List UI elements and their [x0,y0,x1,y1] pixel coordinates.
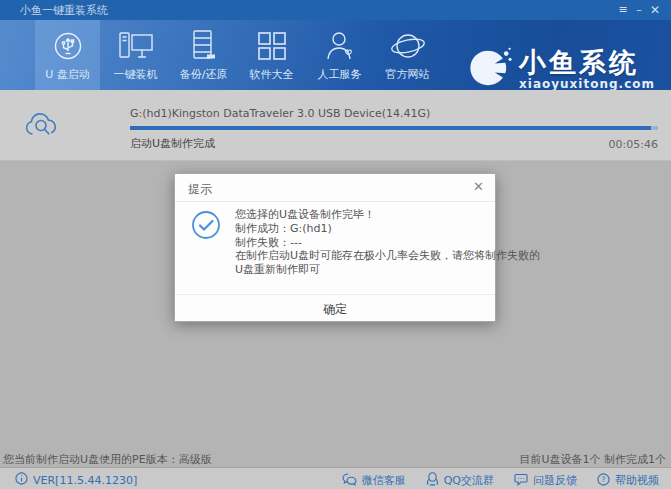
elapsed-time: 00:05:46 [609,138,658,151]
tab-one-click-install[interactable]: 一键装机 [103,20,168,90]
progress-status: 启动U盘制作完成 [130,136,215,151]
window-title: 小鱼一键重装系统 [20,3,108,18]
toolbar-items: U 盘启动 一键装机 [35,20,443,90]
tab-customer-service[interactable]: 人工服务 [307,20,372,90]
link-qq-group[interactable]: QQ交流群 [426,472,494,489]
main-toolbar: U 盘启动 一键装机 [0,20,671,90]
link-wechat-support[interactable]: 微信客服 [342,472,406,489]
software-grid-icon [255,29,289,63]
close-icon[interactable]: ✕ [647,0,663,20]
dialog-line: 制作成功：G:(hd1) [235,222,540,236]
dialog-header: 提示 ✕ [175,174,495,202]
result-dialog: 提示 ✕ 您选择的U盘设备制作完毕！ 制作成功：G:(hd1) 制作失败：---… [174,173,496,322]
dialog-line: 制作失败：--- [235,236,540,250]
progress-bar-fill [130,126,658,130]
link-label: QQ交流群 [444,473,494,488]
dialog-footer: 确定 [175,294,495,323]
dialog-close-icon[interactable]: ✕ [473,179,484,194]
status-bar: VER[11.5.44.1230] 微信客服 [0,467,671,489]
tab-software-collection[interactable]: 软件大全 [239,20,304,90]
status-bar-links: 微信客服 QQ交流群 [342,472,659,489]
link-label: 问题反馈 [533,473,577,488]
tab-label: 官方网站 [386,67,430,82]
svg-text:?: ? [602,475,606,484]
brand-name: 小鱼系统 [519,48,639,77]
tab-label: 一键装机 [114,67,158,82]
tab-usb-boot[interactable]: U 盘启动 [35,20,100,90]
cloud-search-icon [23,109,61,145]
dialog-line: 在制作启动U盘时可能存在极小几率会失败，请您将制作失败的 [235,249,540,263]
link-help-videos[interactable]: ? 帮助视频 [597,472,659,489]
tab-backup-restore[interactable]: 备份/还原 [171,20,236,90]
tab-label: 人工服务 [318,67,362,82]
ok-button[interactable]: 确定 [303,299,367,320]
fish-logo-icon [466,45,512,93]
dialog-title: 提示 [188,181,212,198]
customer-service-icon [322,29,358,63]
help-video-icon: ? [597,473,610,489]
version-label: VER[11.5.44.1230] [33,474,137,487]
dialog-line: 您选择的U盘设备制作完毕！ [235,208,540,222]
success-check-icon [191,210,221,244]
usb-progress-section: G:(hd1)Kingston DataTraveler 3.0 USB Dev… [0,90,671,161]
link-label: 帮助视频 [615,473,659,488]
tab-official-website[interactable]: 官方网站 [375,20,440,90]
tab-label: U 盘启动 [45,67,90,82]
dialog-message: 您选择的U盘设备制作完毕！ 制作成功：G:(hd1) 制作失败：--- 在制作启… [235,208,540,277]
dialog-body: 您选择的U盘设备制作完毕！ 制作成功：G:(hd1) 制作失败：--- 在制作启… [175,202,495,294]
app-window: 小鱼一键重装系统 ≡ – ✕ U 盘启动 [0,0,671,489]
qq-icon [426,472,439,489]
titlebar: 小鱼一键重装系统 ≡ – ✕ [0,0,671,20]
link-label: 微信客服 [362,473,406,488]
device-summary: 目前U盘设备1个 制作完成1个 [519,452,666,467]
backup-restore-icon [188,29,220,63]
progress-bar [130,126,658,130]
wechat-icon [342,473,357,489]
usb-device-label: G:(hd1)Kingston DataTraveler 3.0 USB Dev… [130,107,430,120]
link-feedback[interactable]: 问题反馈 [514,472,577,489]
tab-label: 备份/还原 [180,67,228,82]
progress-bar-tip [651,126,658,130]
feedback-icon [514,473,528,489]
version-info[interactable]: VER[11.5.44.1230] [15,472,137,488]
window-controls: ≡ – ✕ [615,0,663,20]
usb-icon [51,29,85,63]
computer-icon [117,29,155,63]
menu-icon[interactable]: ≡ [615,0,631,20]
brand-domain: xiaoyuxitong.com [519,77,655,91]
dialog-line: U盘重新制作即可 [235,263,540,277]
info-icon [15,472,28,488]
minimize-icon[interactable]: – [631,0,647,20]
brand-logo: 小鱼系统 xiaoyuxitong.com [466,45,655,93]
tab-label: 软件大全 [250,67,294,82]
website-globe-icon [389,29,427,63]
pe-version-note: 您当前制作启动U盘使用的PE版本：高级版 [3,452,212,467]
